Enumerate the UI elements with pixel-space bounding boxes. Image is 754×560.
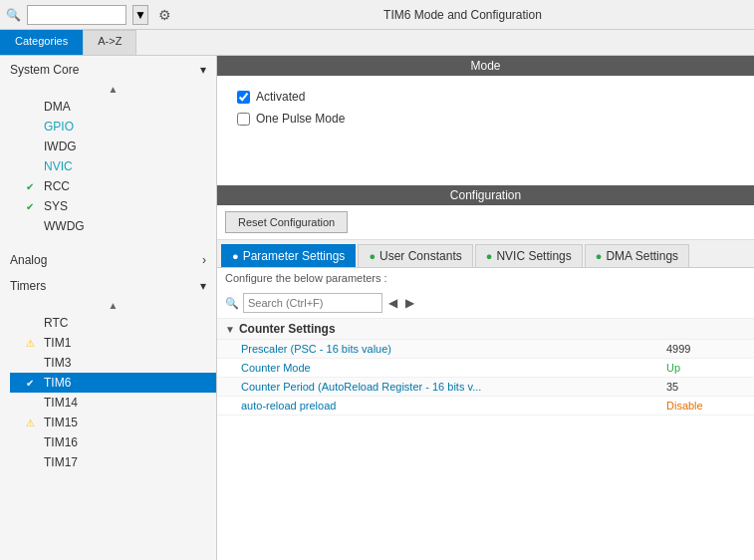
nav-next-arrow[interactable]: ▶ — [403, 296, 416, 310]
sidebar-item-gpio[interactable]: GPIO — [10, 117, 216, 137]
top-search-input[interactable] — [27, 5, 126, 25]
sidebar-group-header-timers[interactable]: Timers ▾ — [0, 274, 216, 298]
param-search-input[interactable] — [243, 293, 382, 313]
reset-config-button[interactable]: Reset Configuration — [225, 211, 348, 233]
config-toolbar: Reset Configuration — [217, 205, 754, 240]
sidebar-item-wwdg[interactable]: WWDG — [10, 216, 216, 236]
config-section-header: Configuration — [217, 185, 754, 205]
sidebar-item-rtc[interactable]: RTC — [10, 313, 216, 333]
expand-icon-analog: › — [202, 253, 206, 267]
sidebar-group-label-system-core: System Core — [10, 63, 79, 77]
collapse-icon-system-core: ▾ — [200, 63, 206, 77]
params-body: ▼ Counter Settings Prescaler (PSC - 16 b… — [217, 319, 754, 560]
sidebar-group-analog: Analog › — [0, 248, 216, 272]
param-value-counter-period: 35 — [666, 381, 746, 393]
tab-check-dma: ● — [596, 250, 603, 262]
tab-user-constants[interactable]: ● User Constants — [358, 244, 472, 267]
page-title: TIM6 Mode and Configuration — [177, 8, 748, 22]
tab-label-dma: DMA Settings — [606, 249, 678, 263]
one-pulse-checkbox[interactable] — [237, 113, 250, 126]
mode-section-header: Mode — [217, 56, 754, 76]
main-tab-row: Categories A->Z — [0, 30, 754, 56]
sidebar-group-header-system-core[interactable]: System Core ▾ — [0, 58, 216, 82]
sidebar-label-rtc: RTC — [44, 316, 68, 330]
search-icon: 🔍 — [6, 8, 21, 22]
sidebar-item-tim1[interactable]: ⚠ TIM1 — [10, 333, 216, 353]
sidebar-label-tim6: TIM6 — [44, 376, 71, 390]
sidebar-label-tim15: TIM15 — [44, 416, 78, 429]
item-icon-tim6: ✔ — [26, 378, 40, 389]
sidebar-item-tim16[interactable]: TIM16 — [10, 432, 216, 452]
gear-icon[interactable]: ⚙ — [158, 7, 171, 23]
tab-atoz[interactable]: A->Z — [83, 30, 136, 55]
tab-nvic-settings[interactable]: ● NVIC Settings — [475, 244, 583, 267]
sidebar-items-system-core: ▲ DMA GPIO IWDG NVIC ✔ — [0, 82, 216, 236]
sidebar-item-nvic[interactable]: NVIC — [10, 156, 216, 176]
sidebar-label-dma: DMA — [44, 100, 71, 114]
tab-check-nvic: ● — [486, 250, 493, 262]
mode-body: Activated One Pulse Mode — [217, 76, 754, 185]
sidebar-label-tim17: TIM17 — [44, 455, 78, 469]
param-name-counter-period: Counter Period (AutoReload Register - 16… — [241, 381, 666, 393]
sidebar-item-tim3[interactable]: TIM3 — [10, 353, 216, 373]
collapse-icon-timers: ▾ — [200, 279, 206, 293]
tab-label-param: Parameter Settings — [243, 249, 346, 263]
param-name-autoreload: auto-reload preload — [241, 400, 666, 412]
sidebar-label-tim14: TIM14 — [44, 396, 78, 410]
tab-categories[interactable]: Categories — [0, 30, 83, 55]
sidebar-item-tim14[interactable]: TIM14 — [10, 393, 216, 413]
counter-settings-chevron: ▼ — [225, 324, 235, 335]
tab-check-param: ● — [232, 250, 239, 262]
counter-settings-group[interactable]: ▼ Counter Settings — [217, 319, 754, 340]
sidebar-label-nvic: NVIC — [44, 159, 73, 173]
sidebar-items-timers: ▲ RTC ⚠ TIM1 TIM3 ✔ TIM6 — [0, 298, 216, 472]
param-name-counter-mode: Counter Mode — [241, 362, 666, 374]
param-row-counter-period: Counter Period (AutoReload Register - 16… — [217, 378, 754, 397]
dropdown-arrow[interactable]: ▼ — [132, 5, 148, 25]
activated-row: Activated — [237, 90, 734, 104]
activated-checkbox[interactable] — [237, 91, 250, 104]
sidebar-item-iwdg[interactable]: IWDG — [10, 137, 216, 156]
item-icon-tim1: ⚠ — [26, 338, 40, 349]
item-icon-rcc: ✔ — [26, 181, 40, 192]
sidebar-group-timers: Timers ▾ ▲ RTC ⚠ TIM1 TIM3 ✔ — [0, 274, 216, 472]
config-tabs: ● Parameter Settings ● User Constants ● … — [217, 240, 754, 268]
sidebar-group-system-core: System Core ▾ ▲ DMA GPIO IWDG — [0, 58, 216, 236]
sidebar-label-sys: SYS — [44, 199, 68, 213]
param-value-counter-mode: Up — [666, 362, 746, 374]
configure-label: Configure the below parameters : — [217, 268, 754, 288]
param-value-prescaler: 4999 — [666, 343, 746, 355]
nav-prev-arrow[interactable]: ◀ — [386, 296, 399, 310]
sidebar-label-tim16: TIM16 — [44, 435, 78, 449]
sidebar-label-tim1: TIM1 — [44, 336, 71, 350]
sidebar-item-tim17[interactable]: TIM17 — [10, 452, 216, 472]
sidebar-item-tim15[interactable]: ⚠ TIM15 — [10, 413, 216, 432]
one-pulse-label: One Pulse Mode — [256, 112, 345, 126]
sidebar-group-label-analog: Analog — [10, 253, 47, 267]
sidebar: System Core ▾ ▲ DMA GPIO IWDG — [0, 56, 217, 560]
sidebar-item-dma[interactable]: DMA — [10, 97, 216, 117]
sidebar-group-label-timers: Timers — [10, 279, 46, 293]
sidebar-label-tim3: TIM3 — [44, 356, 71, 370]
tab-parameter-settings[interactable]: ● Parameter Settings — [221, 244, 356, 267]
sidebar-label-rcc: RCC — [44, 179, 70, 193]
tab-label-user: User Constants — [379, 249, 462, 263]
main-layout: System Core ▾ ▲ DMA GPIO IWDG — [0, 56, 754, 560]
sidebar-item-rcc[interactable]: ✔ RCC — [10, 176, 216, 196]
content-area: Mode Activated One Pulse Mode Configurat… — [217, 56, 754, 560]
item-icon-sys: ✔ — [26, 201, 40, 212]
sidebar-item-tim6[interactable]: ✔ TIM6 — [10, 373, 216, 393]
param-name-prescaler: Prescaler (PSC - 16 bits value) — [241, 343, 666, 355]
scroll-up-timers[interactable]: ▲ — [10, 298, 216, 313]
scroll-up-system-core[interactable]: ▲ — [10, 82, 216, 97]
sidebar-group-header-analog[interactable]: Analog › — [0, 248, 216, 272]
activated-label: Activated — [256, 90, 305, 104]
param-row-prescaler: Prescaler (PSC - 16 bits value) 4999 — [217, 340, 754, 359]
tab-dma-settings[interactable]: ● DMA Settings — [585, 244, 689, 267]
param-search-bar: 🔍 ◀ ▶ — [217, 288, 754, 319]
sidebar-label-gpio: GPIO — [44, 120, 74, 134]
top-bar: 🔍 ▼ ⚙ TIM6 Mode and Configuration — [0, 0, 754, 30]
config-section: Configuration Reset Configuration ● Para… — [217, 185, 754, 560]
sidebar-item-sys[interactable]: ✔ SYS — [10, 196, 216, 216]
param-search-icon: 🔍 — [225, 297, 239, 310]
